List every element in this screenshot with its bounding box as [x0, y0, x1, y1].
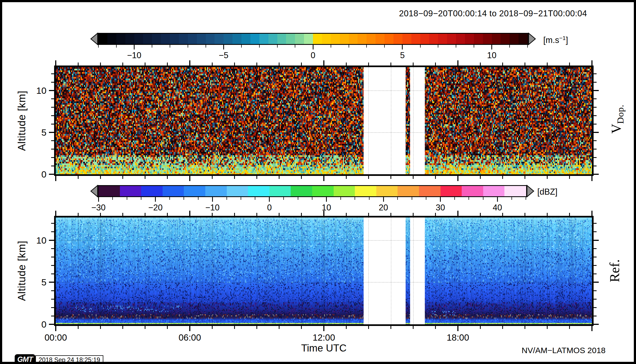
reflectivity-colorbar-segment: [269, 186, 291, 196]
reflectivity-colorbar-major-tick: [98, 197, 99, 202]
reflectivity-colorbar-segment: [120, 186, 141, 196]
velocity-colorbar-minor-tick: [116, 45, 117, 48]
reflectivity-colorbar-tick-label: −30: [91, 203, 106, 213]
velocity-colorbar-segment: [420, 34, 429, 44]
reflectivity-panel-top-tick: [525, 213, 525, 216]
reflectivity-panel-right-tick: [594, 316, 597, 316]
reflectivity-colorbar-segment: [419, 186, 440, 196]
velocity-colorbar-segment: [331, 34, 340, 44]
velocity-panel-top-tick: [256, 63, 257, 66]
velocity-panel-top-tick: [279, 63, 280, 66]
velocity-panel-top-tick: [323, 60, 324, 66]
velocity-colorbar-segment: [125, 34, 134, 44]
velocity-panel-right-tick: [594, 90, 599, 91]
reflectivity-colorbar-tick-label: 20: [379, 203, 388, 213]
reflectivity-panel-top-tick: [435, 213, 436, 216]
time-axis-label: Time UTC: [301, 343, 346, 354]
reflectivity-panel-bottom-tick: [569, 326, 570, 329]
velocity-colorbar-segment: [438, 34, 447, 44]
reflectivity-panel-left-tick: [51, 316, 54, 316]
velocity-panel-top-tick: [55, 60, 56, 66]
velocity-panel-right-tick: [594, 132, 599, 133]
reflectivity-colorbar-segment: [248, 186, 269, 196]
velocity-panel-bottom-tick: [279, 176, 280, 179]
velocity-colorbar-tick-label: 0: [311, 51, 315, 60]
velocity-colorbar-minor-tick: [438, 45, 438, 48]
reflectivity-panel-top-tick: [502, 213, 503, 216]
velocity-colorbar-minor-tick: [277, 45, 278, 48]
reflectivity-colorbar-minor-tick: [241, 197, 241, 200]
reflectivity-panel-bottom-tick: [435, 326, 436, 329]
velocity-colorbar-minor-tick: [188, 45, 188, 48]
velocity-colorbar-minor-tick: [98, 45, 99, 48]
velocity-colorbar-segment: [376, 34, 384, 44]
velocity-panel-y-tick-label: 5: [41, 127, 46, 138]
reflectivity-colorbar-minor-tick: [298, 197, 298, 200]
time-tick-label: 00:00: [45, 332, 67, 343]
velocity-colorbar-tick-label: −5: [219, 51, 228, 60]
reflectivity-panel-top-tick: [212, 213, 213, 216]
velocity-panel-top-tick: [346, 63, 347, 66]
reflectivity-panel-top-tick: [390, 213, 391, 216]
velocity-colorbar-segment: [340, 34, 349, 44]
reflectivity-colorbar-tick-label: 30: [436, 203, 445, 213]
reflectivity-colorbar-major-tick: [497, 197, 498, 202]
reflectivity-colorbar-minor-tick: [198, 197, 198, 200]
reflectivity-colorbar-minor-tick: [369, 197, 370, 200]
velocity-panel-y-tick-label: 0: [41, 169, 46, 180]
velocity-panel-top-tick: [368, 63, 369, 66]
reflectivity-panel-top-tick: [78, 213, 79, 216]
reflectivity-panel-bottom-tick: [547, 326, 548, 329]
velocity-panel-left-tick: [51, 124, 54, 125]
reflectivity-panel-top-tick: [189, 211, 190, 216]
reflectivity-colorbar-segment: [163, 186, 184, 196]
reflectivity-panel-left-tick: [51, 257, 54, 257]
velocity-panel-bottom-tick: [167, 176, 168, 179]
velocity-panel-left-tick: [51, 82, 54, 83]
reflectivity-colorbar-minor-tick: [483, 197, 483, 200]
reflectivity-colorbar-major-tick: [326, 197, 327, 202]
reflectivity-panel-bottom-tick: [346, 326, 347, 329]
velocity-colorbar-segment: [384, 34, 393, 44]
reflectivity-colorbar-tick-label: 40: [493, 203, 502, 213]
reflectivity-panel-bottom-tick: [100, 326, 101, 329]
velocity-colorbar-segment: [393, 34, 402, 44]
reflectivity-colorbar-segment: [440, 186, 462, 196]
reflectivity-panel-top-tick: [167, 213, 168, 216]
velocity-colorbar-minor-tick: [259, 45, 260, 48]
reflectivity-colorbar-major-tick: [155, 197, 156, 202]
reflectivity-panel-top-tick: [480, 213, 481, 216]
velocity-panel-top-tick: [480, 63, 481, 66]
velocity-colorbar-segment: [465, 34, 474, 44]
reflectivity-panel-right-tick: [594, 223, 597, 224]
reflectivity-colorbar-minor-tick: [340, 197, 341, 200]
reflectivity-panel-bottom-tick: [55, 326, 56, 331]
velocity-colorbar-units: [m.s−1]: [543, 35, 568, 45]
velocity-colorbar-minor-tick: [527, 45, 528, 48]
reflectivity-panel-top-tick: [256, 213, 257, 216]
reflectivity-colorbar-minor-tick: [454, 197, 455, 200]
reflectivity-colorbar-segment: [227, 186, 248, 196]
reflectivity-colorbar-segment: [205, 186, 227, 196]
velocity-colorbar-major-tick: [402, 45, 403, 49]
velocity-panel-left-tick: [51, 107, 54, 108]
reflectivity-panel-left-tick: [51, 273, 54, 274]
reflectivity-colorbar-minor-tick: [227, 197, 227, 200]
reflectivity-panel-left-tick: [51, 299, 54, 300]
reflectivity-panel-y-tick-label: 10: [36, 235, 46, 245]
velocity-colorbar-segment: [322, 34, 331, 44]
velocity-panel-left-tick: [51, 98, 54, 99]
reflectivity-panel-right-tick: [594, 307, 597, 308]
reflectivity-colorbar-minor-tick: [412, 197, 412, 200]
doppler-velocity-panel: [54, 66, 594, 176]
reflectivity-colorbar-minor-tick: [141, 197, 141, 200]
time-tick-label: 18:00: [447, 332, 469, 343]
velocity-panel-right-tick: [594, 166, 597, 166]
velocity-panel-bottom-tick: [480, 176, 481, 179]
velocity-panel-left-tick: [49, 174, 54, 175]
reflectivity-colorbar-arrow: [526, 185, 535, 197]
velocity-colorbar-segment: [170, 34, 179, 44]
reflectivity-panel-left-tick: [51, 231, 54, 232]
velocity-panel-top-tick: [502, 63, 503, 66]
reflectivity-panel-left-tick: [51, 265, 54, 266]
